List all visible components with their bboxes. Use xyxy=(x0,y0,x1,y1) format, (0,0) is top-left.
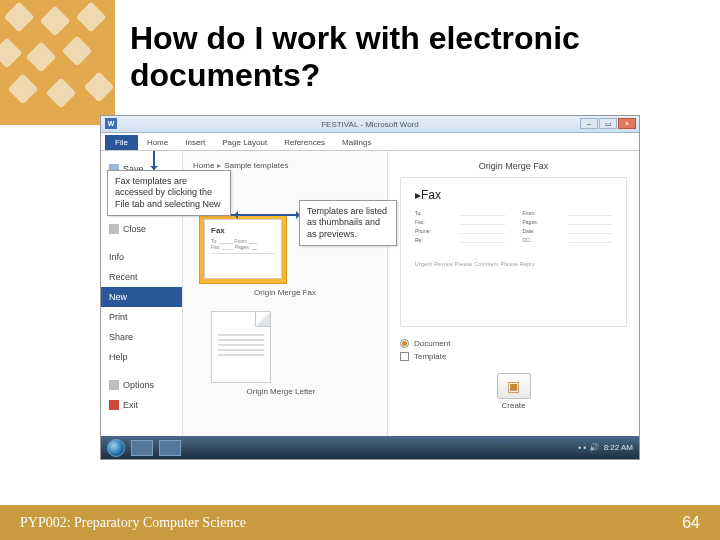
tab-pagelayout[interactable]: Page Layout xyxy=(214,135,275,150)
menu-print[interactable]: Print xyxy=(101,307,182,327)
menu-help[interactable]: Help xyxy=(101,347,182,367)
menu-info[interactable]: Info xyxy=(101,247,182,267)
ribbon-tabs: File Home Insert Page Layout References … xyxy=(101,133,639,151)
tab-insert[interactable]: Insert xyxy=(177,135,213,150)
preview-title: Origin Merge Fax xyxy=(400,159,627,177)
radio-document[interactable]: Document xyxy=(400,337,627,350)
slide-title: How do I work with electronic documents? xyxy=(130,20,675,94)
menu-recent[interactable]: Recent xyxy=(101,267,182,287)
tab-references[interactable]: References xyxy=(276,135,333,150)
thumb-heading: Fax xyxy=(211,226,275,235)
page-number: 64 xyxy=(682,514,700,532)
clock: 8:22 AM xyxy=(604,443,633,452)
word-screenshot: W FESTIVAL - Microsoft Word – ▭ × File H… xyxy=(100,115,640,460)
template-card-selected[interactable]: Fax To: _____ From: ___Fax: ____ Pages: … xyxy=(199,214,287,284)
word-app-icon: W xyxy=(105,118,117,129)
crumb-home[interactable]: Home xyxy=(193,161,214,170)
footer-course: PYP002: Preparatory Computer Science xyxy=(20,515,246,531)
radio-template[interactable]: Template xyxy=(400,350,627,363)
slide-title-block: How do I work with electronic documents? xyxy=(115,15,690,99)
template-card-letter[interactable] xyxy=(211,311,271,383)
menu-new[interactable]: New xyxy=(101,287,182,307)
template-label-fax: Origin Merge Fax xyxy=(193,284,377,305)
tab-home[interactable]: Home xyxy=(139,135,176,150)
template-label-letter: Origin Merge Letter xyxy=(185,383,377,404)
crumb-sample[interactable]: Sample templates xyxy=(224,161,288,170)
taskbar-item[interactable] xyxy=(131,440,153,456)
fax-heading: ▸Fax xyxy=(415,188,612,202)
callout-thumbnails: Templates are listed as thumbnails and a… xyxy=(299,200,397,246)
slide-footer: PYP002: Preparatory Computer Science 64 xyxy=(0,505,720,540)
minimize-button[interactable]: – xyxy=(580,118,598,129)
menu-options[interactable]: Options xyxy=(101,375,182,395)
create-button[interactable]: ▣ xyxy=(497,373,531,399)
arrow-icon xyxy=(231,214,303,216)
close-button[interactable]: × xyxy=(618,118,636,129)
window-titlebar: W FESTIVAL - Microsoft Word – ▭ × xyxy=(101,116,639,133)
maximize-button[interactable]: ▭ xyxy=(599,118,617,129)
tray-icon[interactable]: ▪ ▪ 🔊 xyxy=(579,443,599,452)
fax-footer-labels: Urgent Review Please Comment Please Repl… xyxy=(415,261,612,267)
tab-mailings[interactable]: Mailings xyxy=(334,135,379,150)
menu-exit[interactable]: Exit xyxy=(101,395,182,415)
taskbar-item[interactable] xyxy=(159,440,181,456)
tab-file[interactable]: File xyxy=(105,135,138,150)
create-label: Create xyxy=(400,401,627,410)
window-title: FESTIVAL - Microsoft Word xyxy=(321,120,419,129)
menu-share[interactable]: Share xyxy=(101,327,182,347)
preview-pane: Origin Merge Fax ▸Fax To:From: Fax:Pages… xyxy=(388,151,639,436)
callout-fax-templates: Fax templates are accessed by clicking t… xyxy=(107,170,231,216)
menu-close[interactable]: Close xyxy=(101,219,182,239)
windows-taskbar: ▪ ▪ 🔊8:22 AM xyxy=(101,436,639,459)
start-button[interactable] xyxy=(107,439,125,457)
fax-preview: ▸Fax To:From: Fax:Pages: Phone:Date: Re:… xyxy=(400,177,627,327)
